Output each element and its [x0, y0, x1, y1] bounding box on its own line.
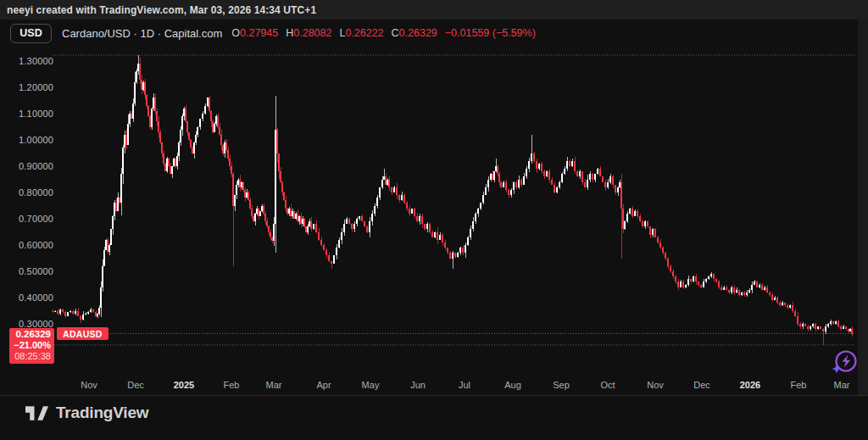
time-axis-label: Feb: [213, 380, 250, 391]
tradingview-logo-text: TradingView: [56, 404, 148, 422]
ohlc-open: O0.27945: [231, 27, 278, 39]
price-axis-label: 0.70000: [19, 214, 56, 225]
time-axis-label: Mar: [255, 380, 292, 391]
last-price-label: 0.26329 −21.00% 08:25:38: [9, 328, 54, 364]
price-axis-label: 1.10000: [19, 109, 56, 120]
price-axis-label: 1.00000: [19, 135, 56, 146]
last-price-value: 0.26329: [11, 329, 51, 340]
time-axis-label: Nov: [637, 380, 674, 391]
price-axis-label: 0.40000: [19, 292, 56, 304]
time-axis-label: Jul: [446, 380, 483, 391]
symbol-tag: ADAUSD: [57, 327, 108, 340]
chart-legend: USD Cardano/USD · 1D · Capital.com O0.27…: [0, 22, 856, 44]
change-readout: −0.01559 (−5.59%): [445, 27, 536, 39]
sparkle-icon: [832, 365, 842, 373]
time-axis-label: Apr: [305, 380, 342, 391]
time-axis-label: Sep: [542, 380, 580, 391]
time-axis-label: Mar: [823, 380, 860, 391]
ohlc-low: L0.26222: [339, 27, 383, 39]
lightning-bolt-icon: [843, 355, 851, 368]
price-axis-label: 0.60000: [19, 240, 56, 251]
time-axis-label: Dec: [683, 380, 721, 391]
price-axis-label: 0.50000: [19, 266, 56, 277]
time-axis-label: Oct: [589, 380, 626, 391]
ohlc-high: H0.28082: [286, 27, 331, 39]
chart-bottom-border: [0, 395, 868, 396]
bar-countdown: 08:25:38: [11, 351, 51, 362]
attribution-text: neeyi created with TradingView.com, Mar …: [0, 4, 316, 16]
candlestick-series: [52, 55, 853, 345]
tradingview-logo-icon: [25, 404, 48, 422]
time-axis-label: 2026: [732, 380, 769, 391]
time-axis-label: Nov: [70, 380, 108, 391]
time-axis-label: Jun: [399, 380, 437, 391]
time-axis-label: Aug: [494, 380, 531, 391]
attribution-bar: neeyi created with TradingView.com, Mar …: [0, 0, 868, 19]
currency-button[interactable]: USD: [10, 24, 52, 43]
price-axis-label: 1.20000: [19, 82, 56, 93]
price-axis-label: 0.90000: [19, 161, 56, 172]
price-axis-label: 0.80000: [19, 187, 56, 198]
last-price-change: −21.00%: [11, 340, 51, 351]
time-axis-label: May: [352, 380, 389, 391]
symbol-title[interactable]: Cardano/USD · 1D · Capital.com: [62, 27, 222, 40]
spark-icon: [830, 348, 862, 378]
right-gutter: [858, 19, 868, 395]
candlestick-chart[interactable]: [0, 0, 868, 398]
tradingview-logo[interactable]: TradingView: [25, 404, 148, 422]
ohlc-close: C0.26329: [392, 27, 437, 39]
time-axis-label: 2025: [165, 380, 203, 391]
time-axis-label: Dec: [117, 380, 154, 391]
time-axis-label: Feb: [780, 380, 817, 391]
price-axis-label: 1.30000: [19, 56, 56, 67]
